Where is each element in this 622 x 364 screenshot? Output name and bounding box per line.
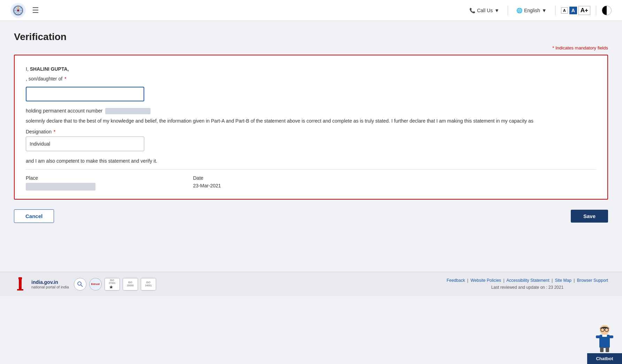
separator-3 — [596, 6, 596, 15]
iso-badge-3: ISO14001 — [141, 278, 156, 291]
separator-1 — [508, 6, 508, 15]
mandatory-note: * Indicates mandatory fields — [14, 45, 608, 51]
iso-badge-1: ISO27001 — [105, 278, 120, 291]
font-small-button[interactable]: A — [561, 7, 568, 14]
footer: india.gov.in national portal of india En… — [0, 272, 622, 296]
intro-prefix: I, — [26, 66, 30, 72]
footer-link-browser[interactable]: Browser Support — [577, 278, 608, 283]
dropdown-arrow-icon: ▼ — [494, 8, 499, 13]
place-value-bar — [26, 183, 95, 191]
divider — [26, 169, 596, 170]
font-large-button[interactable]: A+ — [578, 6, 590, 15]
entrust-badge: Entrust — [89, 278, 102, 291]
footer-logo-text: india.gov.in national portal of india — [31, 279, 69, 289]
ashoka-svg — [15, 277, 25, 291]
footer-link-feedback[interactable]: Feedback — [447, 278, 465, 283]
footer-left: india.gov.in national portal of india En… — [14, 277, 156, 291]
svg-rect-22 — [600, 347, 604, 352]
footer-center: Feedback | Website Policies | Accessibil… — [447, 277, 608, 291]
chatbot-widget: Chatbot — [587, 322, 622, 364]
designation-label: Designation * — [26, 129, 596, 134]
language-button[interactable]: 🌐 English ▼ — [514, 6, 550, 15]
chatbot-avatar-icon — [592, 324, 617, 353]
chatbot-button[interactable]: Chatbot — [587, 353, 622, 364]
cancel-button[interactable]: Cancel — [14, 209, 54, 223]
emblem-icon — [12, 4, 24, 17]
svg-rect-23 — [606, 347, 609, 352]
font-medium-button[interactable]: A — [569, 7, 577, 14]
logo — [10, 3, 26, 18]
footer-link-accessibility[interactable]: Accessibility Statement — [506, 278, 549, 283]
competent-body: and I am also competent to make this sta… — [26, 158, 157, 164]
page-title: Verification — [14, 31, 608, 42]
svg-marker-13 — [109, 285, 113, 288]
header-left: ☰ — [10, 3, 39, 18]
lang-dropdown-arrow-icon: ▼ — [542, 8, 547, 13]
designation-input[interactable] — [26, 137, 144, 151]
site-sub: national portal of india — [31, 285, 69, 289]
date-label: Date — [193, 175, 221, 181]
ashoka-pillar-icon — [14, 277, 26, 291]
site-name: india.gov.in — [31, 279, 69, 285]
mandatory-text: Indicates mandatory fields — [555, 45, 608, 51]
call-us-button[interactable]: 📞 Call Us ▼ — [467, 6, 502, 15]
son-daughter-prefix: , son/daughter of — [26, 76, 64, 82]
language-label: English — [524, 8, 540, 13]
chatbot-figure — [591, 322, 619, 353]
son-daughter-input[interactable] — [26, 87, 144, 101]
son-daughter-required-star: * — [64, 76, 66, 82]
iso-badge-2: ISO20000 — [123, 278, 138, 291]
separator-2 — [555, 6, 555, 15]
place-date-row: Place Date 23-Mar-2021 — [26, 175, 596, 191]
declaration-body: solemnly declare that to the best of my … — [26, 118, 533, 124]
call-us-label: Call Us — [477, 8, 493, 13]
place-block: Place — [26, 175, 95, 191]
globe-icon: 🌐 — [516, 8, 522, 13]
pan-prefix: holding permanent account number — [26, 108, 102, 114]
date-block: Date 23-Mar-2021 — [193, 175, 221, 188]
phone-icon: 📞 — [469, 8, 475, 13]
hamburger-button[interactable]: ☰ — [32, 6, 39, 15]
svg-rect-19 — [596, 335, 600, 338]
competent-text: and I am also competent to make this sta… — [26, 158, 596, 164]
search-badge-icon — [77, 281, 84, 288]
designation-required-star: * — [54, 129, 55, 134]
place-label: Place — [26, 175, 95, 181]
search-badge — [74, 278, 86, 291]
footer-link-sitemap[interactable]: Site Map — [555, 278, 571, 283]
footer-badges: Entrust ISO27001 ISO20000 ISO14001 — [74, 278, 156, 291]
svg-rect-8 — [18, 277, 22, 279]
footer-link-website-policies[interactable]: Website Policies — [470, 278, 501, 283]
intro-line: I, SHALINI GUPTA, — [26, 65, 596, 73]
declaration-text: solemnly declare that to the best of my … — [26, 117, 596, 125]
font-size-controls: A A A+ — [561, 6, 590, 15]
header: ☰ 📞 Call Us ▼ 🌐 English ▼ A A A+ — [0, 0, 622, 21]
contrast-button[interactable] — [602, 6, 612, 15]
svg-rect-21 — [602, 335, 607, 337]
date-value: 23-Mar-2021 — [193, 183, 221, 188]
main-content: Verification * Indicates mandatory field… — [0, 21, 622, 272]
designation-label-text: Designation — [26, 129, 52, 134]
svg-point-11 — [78, 282, 81, 285]
son-daughter-line: , son/daughter of * — [26, 75, 596, 83]
user-name: SHALINI GUPTA, — [30, 66, 69, 72]
svg-rect-9 — [19, 279, 22, 289]
iso-icon — [109, 285, 116, 288]
mandatory-star: * — [552, 45, 554, 51]
pan-line: holding permanent account number — [26, 107, 596, 115]
verification-box: I, SHALINI GUPTA, , son/daughter of * ho… — [14, 55, 608, 200]
pan-value-placeholder — [105, 108, 151, 114]
svg-rect-20 — [609, 335, 613, 338]
svg-rect-10 — [17, 289, 23, 291]
header-right: 📞 Call Us ▼ 🌐 English ▼ A A A+ — [467, 6, 612, 15]
footer-last-reviewed: Last reviewed and update on : 23 2021 — [491, 285, 564, 290]
svg-line-12 — [81, 285, 83, 287]
save-button[interactable]: Save — [571, 210, 608, 223]
action-row: Cancel Save — [14, 209, 608, 223]
